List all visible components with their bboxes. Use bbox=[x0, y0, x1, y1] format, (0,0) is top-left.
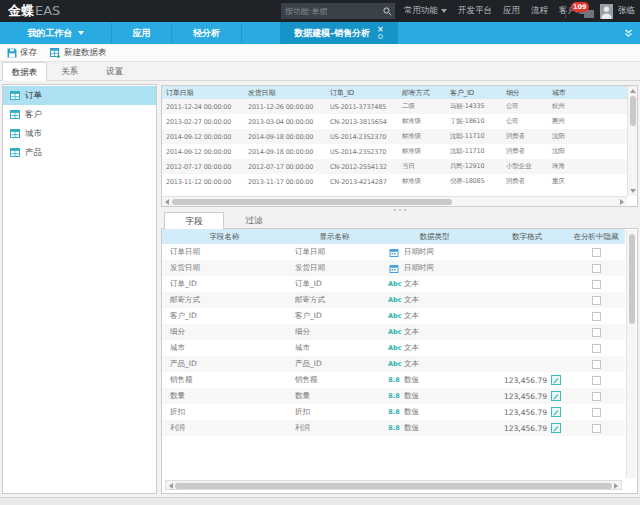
scrollbar-thumb[interactable] bbox=[630, 96, 636, 126]
preview-row[interactable]: 2011-12-24 00:00:002011-12-26 00:00:00US… bbox=[162, 99, 627, 114]
data-type-label: 文本 bbox=[404, 327, 419, 337]
scroll-left-arrow-icon[interactable] bbox=[169, 483, 173, 489]
search-icon[interactable] bbox=[379, 3, 395, 19]
tab-pin-icon[interactable] bbox=[378, 34, 383, 39]
field-format-cell bbox=[487, 244, 567, 260]
preview-cell: US-2011-3737485 bbox=[326, 99, 398, 114]
hide-in-analysis-checkbox[interactable] bbox=[592, 328, 601, 337]
nav-tab-apps[interactable]: 应用 bbox=[112, 22, 172, 44]
scroll-left-arrow-icon[interactable] bbox=[165, 199, 169, 205]
field-display-cell[interactable]: 细分 bbox=[287, 324, 382, 340]
tab-data-tables[interactable]: 数据表 bbox=[2, 62, 47, 81]
hide-in-analysis-checkbox[interactable] bbox=[592, 296, 601, 305]
preview-cell: 小型企业 bbox=[502, 159, 548, 174]
hide-in-analysis-checkbox[interactable] bbox=[592, 344, 601, 353]
scrollbar-thumb[interactable] bbox=[175, 483, 612, 489]
field-display-cell[interactable]: 订单日期 bbox=[287, 244, 382, 260]
tree-item-cities[interactable]: 城市 bbox=[3, 124, 156, 143]
notifications-button[interactable]: 109 bbox=[571, 3, 595, 19]
menu-common-functions[interactable]: 常用功能 bbox=[404, 5, 447, 17]
tab-filters[interactable]: 过滤 bbox=[224, 212, 284, 229]
preview-cell: 公司 bbox=[502, 114, 548, 129]
new-data-table-button[interactable]: 新建数据表 bbox=[50, 47, 107, 59]
preview-cell: 马丽-14335 bbox=[446, 99, 502, 114]
tree-item-products[interactable]: 产品 bbox=[3, 143, 156, 162]
global-search[interactable] bbox=[281, 3, 395, 19]
hide-in-analysis-checkbox[interactable] bbox=[592, 408, 601, 417]
field-display-cell[interactable]: 发货日期 bbox=[287, 260, 382, 276]
field-display-cell[interactable]: 折扣 bbox=[287, 404, 382, 420]
nav-tab-label: 应用 bbox=[133, 27, 151, 40]
tree-item-orders[interactable]: 订单 bbox=[3, 86, 156, 105]
scrollbar-thumb[interactable] bbox=[629, 234, 635, 324]
hide-in-analysis-checkbox[interactable] bbox=[592, 312, 601, 321]
edit-format-icon[interactable] bbox=[551, 423, 561, 433]
save-button[interactable]: 保存 bbox=[7, 47, 37, 59]
scroll-right-arrow-icon[interactable] bbox=[620, 199, 624, 205]
tab-fields[interactable]: 字段 bbox=[164, 212, 224, 229]
tab-relations[interactable]: 关系 bbox=[47, 62, 92, 80]
divider bbox=[565, 5, 566, 18]
preview-row[interactable]: 2012-07-17 00:00:002012-07-17 00:00:00CN… bbox=[162, 159, 627, 174]
menu-apps[interactable]: 应用 bbox=[503, 5, 520, 17]
preview-row[interactable]: 2013-11-12 00:00:002013-11-17 00:00:00CN… bbox=[162, 174, 627, 189]
field-vertical-scrollbar[interactable] bbox=[626, 230, 636, 478]
hide-in-analysis-checkbox[interactable] bbox=[592, 376, 601, 385]
notification-badge: 109 bbox=[571, 2, 589, 12]
preview-header-row: 订单日期发货日期订单_ID邮寄方式客户_ID细分城市 bbox=[162, 86, 627, 99]
nav-tab-workbench[interactable]: 我的工作台 bbox=[0, 22, 112, 44]
field-display-cell[interactable]: 邮寄方式 bbox=[287, 292, 382, 308]
field-type-cell: Abc文本 bbox=[382, 356, 487, 372]
field-display-cell[interactable]: 产品_ID bbox=[287, 356, 382, 372]
main-nav-bar: 我的工作台 应用 轻分析 数据建模-销售分析 × bbox=[0, 22, 640, 44]
field-display-cell[interactable]: 销售额 bbox=[287, 372, 382, 388]
expand-tabs-icon[interactable] bbox=[623, 28, 634, 39]
preview-cell: CN-2012-2554132 bbox=[326, 159, 398, 174]
field-type-cell: 8.8数值 bbox=[382, 372, 487, 388]
field-display-cell[interactable]: 数量 bbox=[287, 388, 382, 404]
menu-dev-platform[interactable]: 开发平台 bbox=[458, 5, 492, 17]
field-display-cell[interactable]: 客户_ID bbox=[287, 308, 382, 324]
tree-item-customers[interactable]: 客户 bbox=[3, 105, 156, 124]
edit-format-icon[interactable] bbox=[551, 391, 561, 401]
hide-in-analysis-checkbox[interactable] bbox=[592, 424, 601, 433]
avatar[interactable] bbox=[600, 4, 613, 19]
scroll-down-arrow-icon[interactable] bbox=[630, 189, 636, 193]
close-tab-icon[interactable]: × bbox=[377, 27, 384, 33]
doc-tab-data-modeling-sales-analysis[interactable]: 数据建模-销售分析 × bbox=[280, 22, 398, 44]
scroll-right-arrow-icon[interactable] bbox=[614, 483, 618, 489]
field-type-cell: 8.8数值 bbox=[382, 388, 487, 404]
number-format-value: 123,456.79 bbox=[504, 424, 547, 433]
search-input[interactable] bbox=[281, 7, 379, 16]
logo-secondary: EAS bbox=[35, 3, 60, 18]
nav-tab-light-analysis[interactable]: 轻分析 bbox=[172, 22, 242, 44]
field-hide-cell bbox=[567, 372, 625, 388]
preview-row[interactable]: 2013-02-27 00:00:002013-03-04 00:00:00CN… bbox=[162, 114, 627, 129]
username[interactable]: 张临 bbox=[618, 5, 635, 17]
hide-in-analysis-checkbox[interactable] bbox=[592, 248, 601, 257]
menu-process[interactable]: 流程 bbox=[531, 5, 548, 17]
tab-settings[interactable]: 设置 bbox=[92, 62, 137, 80]
field-horizontal-scrollbar[interactable] bbox=[165, 480, 622, 490]
field-display-cell[interactable]: 订单_ID bbox=[287, 276, 382, 292]
preview-horizontal-scrollbar[interactable] bbox=[162, 196, 627, 206]
preview-row[interactable]: 2014-09-12 00:00:002014-09-18 00:00:00US… bbox=[162, 144, 627, 159]
field-display-cell[interactable]: 城市 bbox=[287, 340, 382, 356]
hide-in-analysis-checkbox[interactable] bbox=[592, 280, 601, 289]
edit-format-icon[interactable] bbox=[551, 375, 561, 385]
hide-in-analysis-checkbox[interactable] bbox=[592, 392, 601, 401]
doc-tab-label: 数据建模-销售分析 bbox=[294, 27, 370, 40]
hide-in-analysis-checkbox[interactable] bbox=[592, 360, 601, 369]
preview-row[interactable]: 2014-09-12 00:00:002014-09-18 00:00:00US… bbox=[162, 129, 627, 144]
hide-in-analysis-checkbox[interactable] bbox=[592, 264, 601, 273]
edit-format-icon[interactable] bbox=[551, 407, 561, 417]
field-type-cell: Abc文本 bbox=[382, 308, 487, 324]
field-name-cell: 利润 bbox=[162, 420, 287, 436]
scrollbar-thumb[interactable] bbox=[172, 199, 452, 205]
chevron-down-icon bbox=[78, 31, 84, 35]
new-data-table-label: 新建数据表 bbox=[64, 47, 107, 59]
field-display-cell[interactable]: 利润 bbox=[287, 420, 382, 436]
preview-vertical-scrollbar[interactable] bbox=[627, 86, 637, 196]
scroll-up-arrow-icon[interactable] bbox=[630, 89, 636, 93]
preview-cell: 当日 bbox=[398, 159, 446, 174]
